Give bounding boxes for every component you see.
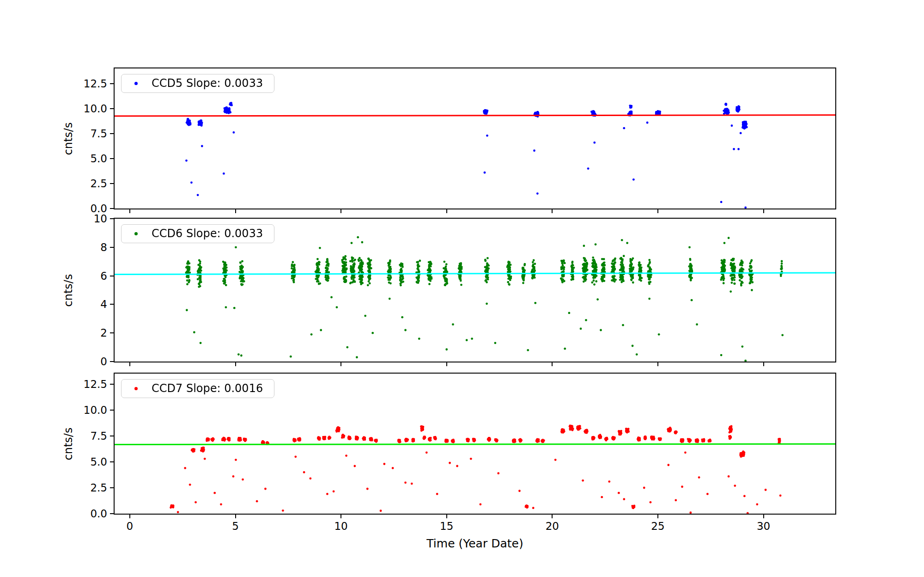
y-tick-mark bbox=[110, 361, 114, 362]
x-tick-label: 20 bbox=[546, 520, 559, 532]
y-tick-label: 12.5 bbox=[0, 378, 107, 391]
x-axis-label: Time (Year Date) bbox=[426, 537, 523, 550]
y-tick-mark bbox=[110, 487, 114, 488]
x-tick-mark bbox=[340, 515, 341, 518]
legend-label-ccd5: CCD5 Slope: 0.0033 bbox=[152, 77, 263, 90]
x-tick-mark bbox=[657, 362, 658, 366]
y-tick-mark bbox=[110, 384, 114, 385]
x-tick-mark bbox=[446, 515, 447, 518]
y-tick-label: 2.5 bbox=[0, 177, 107, 190]
x-tick-mark bbox=[235, 515, 236, 518]
x-tick-mark bbox=[235, 209, 236, 213]
y-tick-mark bbox=[110, 133, 114, 134]
y-tick-label: 7.5 bbox=[0, 430, 107, 442]
x-tick-label: 10 bbox=[334, 520, 347, 532]
y-tick-label: 0.0 bbox=[0, 507, 107, 520]
legend-label-ccd7: CCD7 Slope: 0.0016 bbox=[152, 382, 263, 395]
x-tick-mark bbox=[763, 515, 764, 518]
x-tick-label: 25 bbox=[651, 520, 664, 532]
x-tick-mark bbox=[129, 209, 130, 213]
x-tick-mark bbox=[552, 515, 553, 518]
x-tick-mark bbox=[129, 515, 130, 518]
y-tick-mark bbox=[110, 108, 114, 109]
x-tick-mark bbox=[446, 362, 447, 366]
x-tick-mark bbox=[235, 362, 236, 366]
x-tick-mark bbox=[657, 515, 658, 518]
legend-ccd7: CCD7 Slope: 0.0016 bbox=[121, 379, 274, 398]
x-tick-label: 15 bbox=[440, 520, 453, 532]
y-tick-mark bbox=[110, 332, 114, 333]
x-tick-mark bbox=[129, 362, 130, 366]
y-tick-label: 2 bbox=[0, 326, 107, 339]
y-tick-mark bbox=[110, 208, 114, 209]
x-tick-mark bbox=[552, 209, 553, 213]
y-tick-label: 4 bbox=[0, 298, 107, 311]
y-tick-label: 8 bbox=[0, 241, 107, 254]
y-tick-mark bbox=[110, 513, 114, 514]
x-tick-mark bbox=[657, 209, 658, 213]
x-tick-mark bbox=[340, 209, 341, 213]
y-tick-mark bbox=[110, 183, 114, 184]
x-tick-mark bbox=[340, 362, 341, 366]
y-tick-label: 5.0 bbox=[0, 455, 107, 468]
y-tick-mark bbox=[110, 410, 114, 411]
y-tick-label: 5.0 bbox=[0, 152, 107, 165]
y-tick-mark bbox=[110, 83, 114, 84]
y-tick-mark bbox=[110, 247, 114, 248]
y-tick-label: 6 bbox=[0, 270, 107, 282]
y-tick-label: 7.5 bbox=[0, 127, 107, 140]
legend-marker-ccd7-icon bbox=[134, 387, 138, 390]
y-tick-mark bbox=[110, 461, 114, 462]
x-tick-label: 5 bbox=[232, 520, 239, 532]
x-tick-label: 0 bbox=[127, 520, 134, 532]
legend-ccd5: CCD5 Slope: 0.0033 bbox=[121, 74, 274, 93]
y-tick-label: 2.5 bbox=[0, 481, 107, 494]
x-tick-mark bbox=[763, 362, 764, 366]
x-tick-mark bbox=[552, 362, 553, 366]
y-tick-label: 10 bbox=[0, 212, 107, 225]
legend-marker-ccd6-icon bbox=[134, 232, 138, 235]
x-tick-mark bbox=[763, 209, 764, 213]
y-tick-mark bbox=[110, 218, 114, 219]
x-tick-label: 30 bbox=[757, 520, 770, 532]
y-tick-label: 10.0 bbox=[0, 102, 107, 115]
y-tick-label: 10.0 bbox=[0, 404, 107, 417]
y-tick-label: 12.5 bbox=[0, 77, 107, 90]
y-tick-mark bbox=[110, 436, 114, 436]
legend-marker-ccd5-icon bbox=[134, 82, 138, 85]
figure: CCD5 Slope: 0.0033 CCD6 Slope: 0.0033 CC… bbox=[0, 0, 924, 577]
legend-label-ccd6: CCD6 Slope: 0.0033 bbox=[152, 227, 263, 240]
panel-ccd6: CCD6 Slope: 0.0033 bbox=[114, 218, 836, 362]
legend-ccd6: CCD6 Slope: 0.0033 bbox=[121, 224, 274, 243]
panel-ccd7: CCD7 Slope: 0.0016 bbox=[114, 373, 836, 515]
x-tick-mark bbox=[446, 209, 447, 213]
y-tick-mark bbox=[110, 304, 114, 305]
y-tick-label: 0 bbox=[0, 355, 107, 368]
y-tick-mark bbox=[110, 276, 114, 276]
y-tick-mark bbox=[110, 158, 114, 159]
panel-ccd5: CCD5 Slope: 0.0033 bbox=[114, 68, 836, 209]
